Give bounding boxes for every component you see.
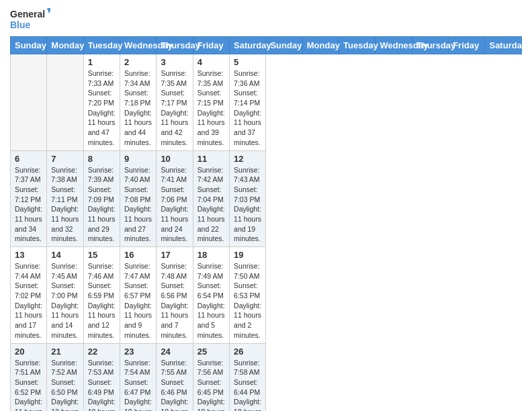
day-number: 17 bbox=[161, 250, 188, 260]
calendar-cell: 1Sunrise: 7:33 AM Sunset: 7:20 PM Daylig… bbox=[83, 54, 120, 151]
calendar-cell: 9Sunrise: 7:40 AM Sunset: 7:08 PM Daylig… bbox=[120, 150, 157, 247]
day-number: 11 bbox=[197, 154, 225, 164]
day-number: 12 bbox=[234, 154, 261, 164]
day-info: Sunrise: 7:43 AM Sunset: 7:03 PM Dayligh… bbox=[234, 165, 261, 244]
calendar-cell: 24Sunrise: 7:55 AM Sunset: 6:46 PM Dayli… bbox=[157, 343, 193, 411]
day-number: 26 bbox=[234, 347, 261, 357]
day-number: 8 bbox=[88, 154, 116, 164]
svg-text:General: General bbox=[10, 9, 45, 19]
col-header-saturday: Saturday bbox=[230, 37, 266, 54]
day-info: Sunrise: 7:51 AM Sunset: 6:52 PM Dayligh… bbox=[15, 358, 42, 412]
day-number: 21 bbox=[51, 347, 79, 357]
day-number: 5 bbox=[234, 57, 261, 67]
calendar-week-row: 20Sunrise: 7:51 AM Sunset: 6:52 PM Dayli… bbox=[11, 343, 522, 411]
day-info: Sunrise: 7:36 AM Sunset: 7:14 PM Dayligh… bbox=[234, 68, 261, 148]
day-info: Sunrise: 7:47 AM Sunset: 6:57 PM Dayligh… bbox=[124, 261, 152, 340]
calendar-cell: 25Sunrise: 7:56 AM Sunset: 6:45 PM Dayli… bbox=[193, 343, 229, 411]
calendar-cell bbox=[47, 54, 83, 151]
calendar-week-row: 1Sunrise: 7:33 AM Sunset: 7:20 PM Daylig… bbox=[11, 54, 522, 151]
day-number: 6 bbox=[15, 154, 42, 164]
col-header-wednesday: Wednesday bbox=[375, 37, 412, 54]
day-number: 18 bbox=[197, 250, 225, 260]
day-number: 22 bbox=[88, 347, 116, 357]
day-number: 24 bbox=[161, 347, 188, 357]
col-header-sunday: Sunday bbox=[11, 37, 47, 54]
day-info: Sunrise: 7:42 AM Sunset: 7:04 PM Dayligh… bbox=[197, 165, 225, 244]
calendar-cell: 16Sunrise: 7:47 AM Sunset: 6:57 PM Dayli… bbox=[120, 247, 157, 344]
day-number: 19 bbox=[234, 250, 261, 260]
day-info: Sunrise: 7:48 AM Sunset: 6:56 PM Dayligh… bbox=[161, 261, 188, 340]
calendar-cell: 6Sunrise: 7:37 AM Sunset: 7:12 PM Daylig… bbox=[11, 150, 47, 247]
day-number: 14 bbox=[51, 250, 79, 260]
calendar-cell: 11Sunrise: 7:42 AM Sunset: 7:04 PM Dayli… bbox=[193, 150, 229, 247]
calendar-cell: 21Sunrise: 7:52 AM Sunset: 6:50 PM Dayli… bbox=[47, 343, 83, 411]
calendar-week-row: 13Sunrise: 7:44 AM Sunset: 7:02 PM Dayli… bbox=[11, 247, 522, 344]
col-header-sunday: Sunday bbox=[266, 37, 302, 54]
day-number: 10 bbox=[161, 154, 188, 164]
col-header-tuesday: Tuesday bbox=[339, 37, 375, 54]
day-info: Sunrise: 7:53 AM Sunset: 6:49 PM Dayligh… bbox=[88, 358, 116, 412]
day-info: Sunrise: 7:40 AM Sunset: 7:08 PM Dayligh… bbox=[124, 165, 152, 244]
day-number: 23 bbox=[124, 347, 152, 357]
day-number: 13 bbox=[15, 250, 42, 260]
calendar-table: SundayMondayTuesdayWednesdayThursdayFrid… bbox=[10, 36, 522, 411]
col-header-tuesday: Tuesday bbox=[83, 37, 120, 54]
col-header-saturday: Saturday bbox=[485, 37, 522, 54]
logo-svg: General Blue bbox=[10, 7, 50, 31]
day-info: Sunrise: 7:37 AM Sunset: 7:12 PM Dayligh… bbox=[15, 165, 42, 244]
day-number: 2 bbox=[124, 57, 152, 67]
calendar-cell: 7Sunrise: 7:38 AM Sunset: 7:11 PM Daylig… bbox=[47, 150, 83, 247]
calendar-cell: 23Sunrise: 7:54 AM Sunset: 6:47 PM Dayli… bbox=[120, 343, 157, 411]
day-info: Sunrise: 7:35 AM Sunset: 7:17 PM Dayligh… bbox=[161, 68, 188, 148]
day-info: Sunrise: 7:34 AM Sunset: 7:18 PM Dayligh… bbox=[124, 68, 152, 148]
calendar-cell: 4Sunrise: 7:35 AM Sunset: 7:15 PM Daylig… bbox=[193, 54, 229, 151]
col-header-monday: Monday bbox=[302, 37, 339, 54]
col-header-monday: Monday bbox=[47, 37, 83, 54]
calendar-header-row: SundayMondayTuesdayWednesdayThursdayFrid… bbox=[11, 37, 522, 54]
day-info: Sunrise: 7:49 AM Sunset: 6:54 PM Dayligh… bbox=[197, 261, 225, 340]
calendar-cell: 14Sunrise: 7:45 AM Sunset: 7:00 PM Dayli… bbox=[47, 247, 83, 344]
calendar-cell: 2Sunrise: 7:34 AM Sunset: 7:18 PM Daylig… bbox=[120, 54, 157, 151]
day-info: Sunrise: 7:41 AM Sunset: 7:06 PM Dayligh… bbox=[161, 165, 188, 244]
day-info: Sunrise: 7:54 AM Sunset: 6:47 PM Dayligh… bbox=[124, 358, 152, 412]
calendar-cell bbox=[11, 54, 47, 151]
col-header-friday: Friday bbox=[193, 37, 229, 54]
day-number: 3 bbox=[161, 57, 188, 67]
day-info: Sunrise: 7:38 AM Sunset: 7:11 PM Dayligh… bbox=[51, 165, 79, 244]
day-info: Sunrise: 7:39 AM Sunset: 7:09 PM Dayligh… bbox=[88, 165, 116, 244]
day-number: 16 bbox=[124, 250, 152, 260]
day-number: 9 bbox=[124, 154, 152, 164]
calendar-cell: 19Sunrise: 7:50 AM Sunset: 6:53 PM Dayli… bbox=[230, 247, 266, 344]
calendar-cell: 8Sunrise: 7:39 AM Sunset: 7:09 PM Daylig… bbox=[83, 150, 120, 247]
day-number: 7 bbox=[51, 154, 79, 164]
col-header-friday: Friday bbox=[449, 37, 485, 54]
day-info: Sunrise: 7:56 AM Sunset: 6:45 PM Dayligh… bbox=[197, 358, 225, 412]
calendar-cell: 22Sunrise: 7:53 AM Sunset: 6:49 PM Dayli… bbox=[83, 343, 120, 411]
day-info: Sunrise: 7:46 AM Sunset: 6:59 PM Dayligh… bbox=[88, 261, 116, 340]
logo: General Blue bbox=[10, 7, 50, 31]
svg-text:Blue: Blue bbox=[10, 19, 31, 30]
calendar-cell: 10Sunrise: 7:41 AM Sunset: 7:06 PM Dayli… bbox=[157, 150, 193, 247]
col-header-thursday: Thursday bbox=[157, 37, 193, 54]
calendar-cell: 12Sunrise: 7:43 AM Sunset: 7:03 PM Dayli… bbox=[230, 150, 266, 247]
calendar-cell: 15Sunrise: 7:46 AM Sunset: 6:59 PM Dayli… bbox=[83, 247, 120, 344]
col-header-thursday: Thursday bbox=[412, 37, 448, 54]
day-info: Sunrise: 7:55 AM Sunset: 6:46 PM Dayligh… bbox=[161, 358, 188, 412]
calendar-cell: 17Sunrise: 7:48 AM Sunset: 6:56 PM Dayli… bbox=[157, 247, 193, 344]
calendar-cell: 26Sunrise: 7:58 AM Sunset: 6:44 PM Dayli… bbox=[230, 343, 266, 411]
calendar-cell: 18Sunrise: 7:49 AM Sunset: 6:54 PM Dayli… bbox=[193, 247, 229, 344]
day-info: Sunrise: 7:33 AM Sunset: 7:20 PM Dayligh… bbox=[88, 68, 116, 148]
day-number: 1 bbox=[88, 57, 116, 67]
day-info: Sunrise: 7:52 AM Sunset: 6:50 PM Dayligh… bbox=[51, 358, 79, 412]
day-number: 4 bbox=[197, 57, 225, 67]
day-info: Sunrise: 7:35 AM Sunset: 7:15 PM Dayligh… bbox=[197, 68, 225, 148]
calendar-cell: 20Sunrise: 7:51 AM Sunset: 6:52 PM Dayli… bbox=[11, 343, 47, 411]
page-header: General Blue bbox=[10, 7, 522, 31]
day-info: Sunrise: 7:44 AM Sunset: 7:02 PM Dayligh… bbox=[15, 261, 42, 340]
calendar-cell: 5Sunrise: 7:36 AM Sunset: 7:14 PM Daylig… bbox=[230, 54, 266, 151]
col-header-wednesday: Wednesday bbox=[120, 37, 157, 54]
calendar-cell: 3Sunrise: 7:35 AM Sunset: 7:17 PM Daylig… bbox=[157, 54, 193, 151]
day-number: 25 bbox=[197, 347, 225, 357]
calendar-cell: 13Sunrise: 7:44 AM Sunset: 7:02 PM Dayli… bbox=[11, 247, 47, 344]
day-info: Sunrise: 7:50 AM Sunset: 6:53 PM Dayligh… bbox=[234, 261, 261, 340]
